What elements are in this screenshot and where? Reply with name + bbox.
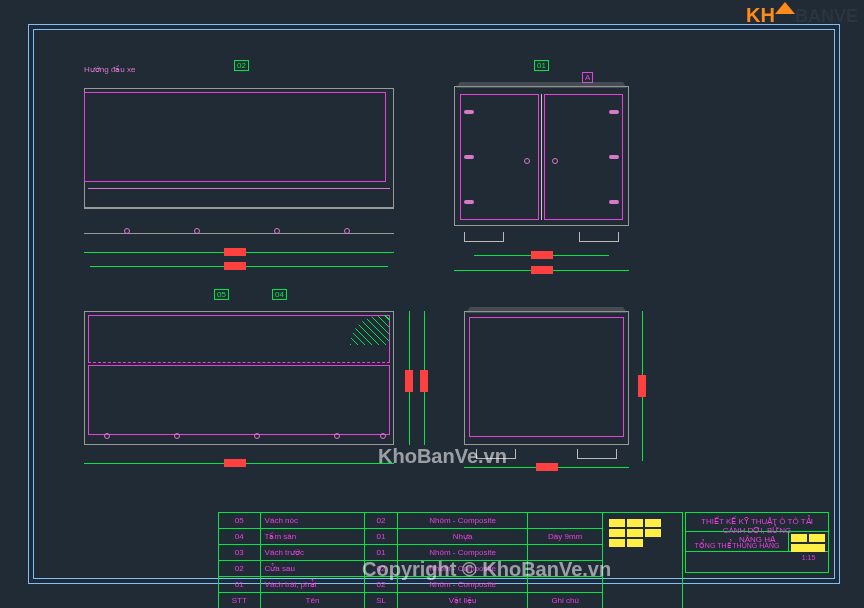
dim-value bbox=[224, 459, 246, 467]
stamp-cell bbox=[645, 519, 661, 527]
dim-value bbox=[405, 370, 413, 392]
cell-name: Vách trái, phải bbox=[260, 577, 365, 593]
cell-material: Nhôm - Composite bbox=[397, 561, 528, 577]
floor-accent bbox=[88, 188, 390, 189]
hdr-name: Tên bbox=[260, 593, 365, 609]
cell-no: 05 bbox=[219, 513, 261, 529]
mount-point bbox=[380, 433, 386, 439]
hinge bbox=[464, 155, 474, 159]
parts-list: 05 Vách nóc 02 Nhôm - Composite 04 bbox=[218, 512, 683, 608]
logo-part1: KH bbox=[746, 4, 775, 26]
cell-no: 02 bbox=[219, 561, 261, 577]
cell-material: Nhựa bbox=[397, 529, 528, 545]
mount-point bbox=[174, 433, 180, 439]
hinge bbox=[609, 110, 619, 114]
cell-name: Tấm sàn bbox=[260, 529, 365, 545]
hinge bbox=[464, 110, 474, 114]
side-panel-lower bbox=[88, 365, 390, 435]
stamp-cell bbox=[627, 519, 643, 527]
logo-part2: BANVE bbox=[795, 6, 858, 26]
roof-curve bbox=[456, 82, 627, 88]
mount-point bbox=[254, 433, 260, 439]
tag-04: 04 bbox=[272, 289, 287, 300]
tag-01: 01 bbox=[534, 60, 549, 71]
dim-value bbox=[531, 266, 553, 274]
hdr-qty: SL bbox=[365, 593, 397, 609]
view-side-closed: 05 04 bbox=[84, 305, 394, 475]
company-block bbox=[686, 552, 828, 571]
dim-value bbox=[420, 370, 428, 392]
cargo-panel bbox=[84, 92, 386, 182]
cell-no: 01 bbox=[219, 577, 261, 593]
dim-value bbox=[224, 248, 246, 256]
cell-qty: 02 bbox=[365, 561, 397, 577]
dim-value bbox=[224, 262, 246, 270]
cell-note bbox=[528, 545, 603, 561]
cell-no: 04 bbox=[219, 529, 261, 545]
drawing-title: THIẾT KẾ KỸ THUẬT Ô TÔ TẢI CÁNH DƠI, BỬN… bbox=[686, 513, 828, 531]
chassis-foot bbox=[476, 449, 516, 459]
tag-02: 02 bbox=[234, 60, 249, 71]
hdr-no: STT bbox=[219, 593, 261, 609]
cell-material: Nhôm - Composite bbox=[397, 545, 528, 561]
cell-note bbox=[528, 561, 603, 577]
front-panel bbox=[469, 317, 624, 437]
hdr-material: Vật liệu bbox=[397, 593, 528, 609]
mount-point bbox=[194, 228, 200, 234]
tag-05: 05 bbox=[214, 289, 229, 300]
hinge bbox=[609, 200, 619, 204]
dim-value bbox=[531, 251, 553, 259]
stamp-cell bbox=[627, 529, 643, 537]
drawing-subtitle: TỔNG THỂ THÙNG HÀNG bbox=[686, 532, 788, 550]
chassis-foot bbox=[577, 449, 617, 459]
hinge bbox=[609, 155, 619, 159]
cell-material: Nhôm - Composite bbox=[397, 577, 528, 593]
cell-note bbox=[528, 577, 603, 593]
mount-point bbox=[274, 228, 280, 234]
dim-value bbox=[638, 375, 646, 397]
view-side-open: Hướng đầu xe 02 bbox=[84, 80, 394, 255]
table-row: 05 Vách nóc 02 Nhôm - Composite bbox=[219, 513, 683, 529]
cell-name: Cửa sau bbox=[260, 561, 365, 577]
cell-no: 03 bbox=[219, 545, 261, 561]
stamp-cell bbox=[609, 529, 625, 537]
cell-name: Vách nóc bbox=[260, 513, 365, 529]
stamp-cell bbox=[627, 539, 643, 547]
cell-qty: 02 bbox=[365, 513, 397, 529]
stamp-cell bbox=[609, 539, 625, 547]
hdr-note: Ghi chú bbox=[528, 593, 603, 609]
khobanve-logo: KHBANVE bbox=[746, 4, 858, 27]
view-rear: 01 A bbox=[454, 80, 629, 260]
mount-point bbox=[104, 433, 110, 439]
cell-name: Vách trước bbox=[260, 545, 365, 561]
drawing-frame-inner: KHBANVE Hướng đầu xe 02 01 A bbox=[33, 29, 835, 579]
side-panel-upper bbox=[88, 315, 390, 363]
mount-point bbox=[124, 228, 130, 234]
stamp-cell bbox=[645, 529, 661, 537]
parts-table: 05 Vách nóc 02 Nhôm - Composite 04 bbox=[218, 512, 683, 608]
chassis-foot bbox=[579, 232, 619, 242]
stamp-cell bbox=[609, 519, 625, 527]
cell-qty: 02 bbox=[365, 577, 397, 593]
cell-note: Dày 9mm bbox=[528, 529, 603, 545]
lock-handle bbox=[552, 158, 558, 164]
drawing-frame: KHBANVE Hướng đầu xe 02 01 A bbox=[28, 24, 840, 584]
chassis-foot bbox=[464, 232, 504, 242]
door-split bbox=[541, 94, 542, 220]
cell-qty: 01 bbox=[365, 529, 397, 545]
approval-block bbox=[603, 513, 683, 609]
hinge bbox=[464, 200, 474, 204]
house-icon bbox=[775, 2, 795, 14]
title-block: THIẾT KẾ KỸ THUẬT Ô TÔ TẢI CÁNH DƠI, BỬN… bbox=[685, 512, 829, 573]
mount-point bbox=[344, 228, 350, 234]
dim-value bbox=[536, 463, 558, 471]
cell-material: Nhôm - Composite bbox=[397, 513, 528, 529]
stamp-cell bbox=[809, 534, 825, 542]
note-front-direction: Hướng đầu xe bbox=[84, 65, 135, 74]
stamp-cell bbox=[791, 534, 807, 542]
lock-handle bbox=[524, 158, 530, 164]
view-front bbox=[464, 305, 629, 475]
mount-point bbox=[334, 433, 340, 439]
cell-note bbox=[528, 513, 603, 529]
cell-qty: 01 bbox=[365, 545, 397, 561]
